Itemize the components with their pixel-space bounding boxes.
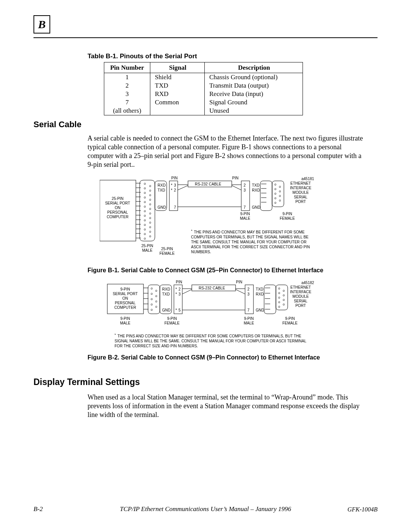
col-pin-number: Pin Number: [104, 62, 150, 73]
heading-serial-cable: Serial Cable: [33, 120, 81, 129]
cell-pin: 3: [104, 90, 150, 98]
header-rule: [33, 37, 378, 38]
svg-text:o: o: [279, 194, 281, 198]
svg-text:o: o: [279, 185, 281, 189]
svg-text:o: o: [151, 308, 153, 312]
table-row: 1 Shield Chassis Ground (optional): [104, 73, 303, 82]
fig1-rxd: RXD: [158, 183, 166, 187]
svg-text:a45182: a45182: [301, 281, 314, 285]
cell-pin: (all others): [104, 107, 150, 115]
svg-text:o: o: [144, 195, 146, 199]
svg-text:ON: ON: [115, 206, 121, 210]
svg-text:GND: GND: [162, 308, 170, 312]
svg-text:ON: ON: [123, 296, 128, 300]
table-row: 3 RXD Receive Data (input): [104, 90, 303, 98]
svg-text:o: o: [149, 193, 151, 197]
cell-desc: Signal Ground: [205, 98, 303, 107]
svg-text:9-PIN: 9-PIN: [285, 316, 295, 321]
svg-text:9-PIN: 9-PIN: [120, 316, 130, 321]
svg-text:o: o: [278, 305, 280, 308]
svg-text:RS-232 CABLE: RS-232 CABLE: [199, 286, 225, 290]
svg-text:o: o: [279, 189, 281, 193]
svg-text:SERIAL PORT: SERIAL PORT: [105, 201, 130, 205]
svg-text:o: o: [149, 225, 151, 229]
svg-text:o: o: [149, 184, 151, 188]
cell-pin: 1: [104, 73, 150, 82]
svg-text:COMPUTER: COMPUTER: [114, 305, 136, 310]
svg-text:o: o: [144, 236, 146, 240]
svg-text:7: 7: [174, 205, 176, 209]
svg-text:MALE: MALE: [244, 321, 254, 325]
svg-text:TXD: TXD: [252, 183, 260, 187]
figure-b2-svg: 9-PIN SERIAL PORT ON PERSONAL COMPUTER o…: [100, 280, 317, 328]
svg-text:MODULE: MODULE: [293, 190, 309, 195]
svg-text:3: 3: [244, 188, 246, 192]
svg-text:o: o: [151, 302, 153, 306]
svg-text:FEMALE: FEMALE: [282, 321, 298, 325]
svg-text:o: o: [274, 196, 276, 200]
fig2-footnote: *THE PINS AND CONNECTOR MAY BE DIFFERENT…: [115, 332, 312, 348]
svg-text:o: o: [144, 186, 146, 190]
svg-text:o: o: [144, 223, 146, 227]
svg-text:o: o: [149, 207, 151, 211]
svg-text:PIN: PIN: [236, 280, 242, 284]
svg-text:o: o: [144, 191, 146, 195]
svg-text:o: o: [144, 214, 146, 217]
svg-text:MALE: MALE: [240, 216, 250, 220]
svg-text:o: o: [274, 201, 276, 204]
svg-text:PERSONAL: PERSONAL: [115, 301, 136, 305]
svg-text:GND: GND: [256, 308, 264, 312]
svg-text:o: o: [278, 296, 280, 299]
svg-text:o: o: [149, 216, 151, 220]
svg-text:ETHERNET: ETHERNET: [290, 181, 311, 185]
svg-text:SERIAL PORT: SERIAL PORT: [113, 292, 138, 296]
svg-text:INTERFACE: INTERFACE: [290, 186, 311, 190]
cell-sig: Shield: [150, 73, 205, 82]
svg-text:TXD: TXD: [256, 287, 263, 291]
svg-text:o: o: [151, 286, 153, 290]
svg-text:o: o: [149, 202, 151, 206]
para-serial-cable: A serial cable is needed to connect the …: [88, 134, 365, 169]
page: B Table B-1. Pinouts of the Serial Port …: [0, 0, 411, 532]
svg-text:o: o: [274, 182, 276, 186]
fig1-conn-25f: 25-PINFEMALE: [156, 247, 178, 256]
svg-text:9-PIN: 9-PIN: [240, 212, 250, 216]
svg-text:2: 2: [244, 183, 246, 187]
svg-text:PIN: PIN: [176, 280, 182, 284]
svg-text:o: o: [149, 220, 151, 224]
fig1-pin-right: PIN: [232, 176, 239, 180]
cell-desc: Chassis Ground (optional): [205, 73, 303, 82]
pinout-table: Pin Number Signal Description 1 Shield C…: [104, 62, 303, 115]
svg-text:FEMALE: FEMALE: [280, 216, 295, 220]
svg-text:RXD: RXD: [252, 188, 260, 192]
svg-text:SERIAL: SERIAL: [294, 195, 307, 199]
fig2-caption: Figure B-2. Serial Cable to Connect GSM …: [88, 354, 320, 361]
svg-text:o: o: [144, 204, 146, 208]
col-signal: Signal: [150, 62, 205, 73]
svg-text:o: o: [279, 198, 281, 202]
svg-text:INTERFACE: INTERFACE: [290, 290, 311, 294]
svg-text:o: o: [144, 218, 146, 222]
svg-text:9-PIN: 9-PIN: [120, 287, 130, 291]
svg-text:2: 2: [174, 188, 176, 192]
svg-text:SERIAL: SERIAL: [294, 299, 307, 303]
svg-text:RXD: RXD: [256, 292, 264, 296]
svg-line-47: [178, 185, 188, 190]
svg-text:o: o: [149, 230, 151, 233]
svg-text:FEMALE: FEMALE: [164, 321, 180, 325]
svg-text:o: o: [155, 294, 157, 298]
svg-text:9-PIN: 9-PIN: [167, 316, 177, 321]
svg-text:*: *: [171, 183, 172, 187]
svg-text:PORT: PORT: [295, 200, 306, 204]
svg-text:7: 7: [244, 205, 246, 209]
svg-text:RXD: RXD: [162, 287, 170, 291]
col-description: Description: [205, 62, 303, 73]
appendix-letter-box: B: [33, 15, 50, 34]
cell-sig: TXD: [150, 81, 205, 90]
table-header-row: Pin Number Signal Description: [104, 62, 303, 73]
svg-text:MALE: MALE: [120, 321, 131, 325]
cell-sig: [150, 107, 205, 115]
svg-text:GND: GND: [252, 205, 260, 209]
fig1-gnd: GND: [158, 205, 166, 209]
svg-text:9-PIN: 9-PIN: [244, 316, 254, 321]
